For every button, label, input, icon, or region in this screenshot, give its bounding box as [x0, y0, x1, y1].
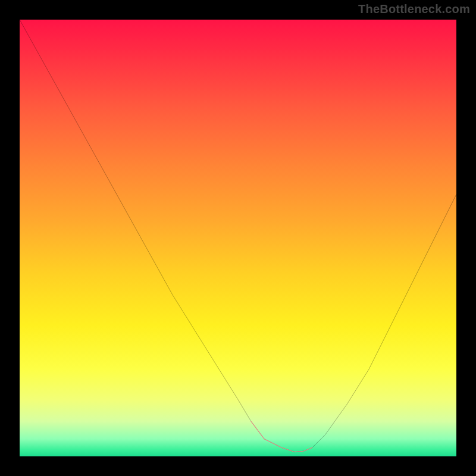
bottleneck-curve: [20, 20, 456, 452]
valley-highlight: [251, 421, 312, 452]
chart-frame: TheBottleneck.com: [0, 0, 476, 476]
chart-svg: [20, 20, 456, 456]
watermark-text: TheBottleneck.com: [358, 2, 470, 16]
plot-area: [20, 20, 456, 456]
